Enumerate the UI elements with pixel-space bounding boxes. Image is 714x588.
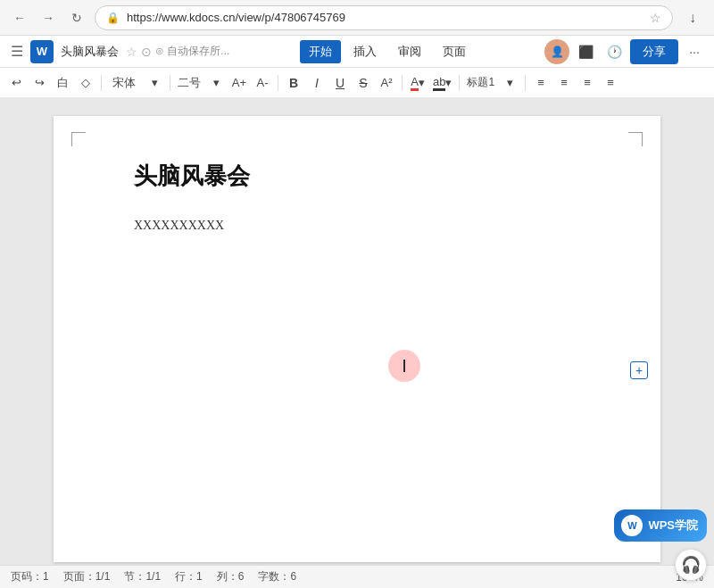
wps-logo: W — [30, 40, 54, 63]
highlight-label: ab — [433, 75, 445, 91]
autosave-status: ⊙ 自动保存所... — [155, 44, 229, 59]
clear-format-button[interactable]: 白 — [52, 71, 73, 95]
divider-3 — [278, 75, 278, 91]
superscript-button[interactable]: A² — [376, 71, 397, 95]
address-bar[interactable]: 🔒 https://www.kdocs.cn/view/p/4780674576… — [95, 5, 673, 30]
document-page[interactable]: 头脑风暴会 XXXXXXXXXX I + — [54, 116, 660, 562]
page-corner-tr — [628, 132, 643, 146]
favorite-icon[interactable]: ☆ — [126, 45, 137, 59]
tab-insert[interactable]: 插入 — [345, 40, 386, 63]
highlight-dropdown[interactable]: ▾ — [445, 76, 452, 89]
page-number-status: 页码：1 — [11, 569, 49, 584]
forward-button[interactable]: → — [37, 7, 59, 29]
browser-bar: ← → ↻ 🔒 https://www.kdocs.cn/view/p/4780… — [0, 0, 714, 36]
url-text: https://www.kdocs.cn/view/p/47806745769 — [127, 11, 643, 24]
italic-button[interactable]: I — [306, 71, 328, 95]
help-button[interactable]: 🎧 — [675, 549, 707, 581]
avatar[interactable]: 👤 — [544, 39, 569, 64]
tab-page[interactable]: 页面 — [434, 40, 475, 63]
tab-review[interactable]: 审阅 — [389, 40, 430, 63]
more-button[interactable]: ··· — [682, 39, 707, 64]
col-status: 列：6 — [217, 569, 245, 584]
align-center-button[interactable]: ≡ — [553, 71, 575, 95]
page-corner-tl — [71, 132, 86, 146]
font-increase-button[interactable]: A+ — [228, 71, 250, 95]
app-toolbar: ☰ W 头脑风暴会 ☆ ⊙ ⊙ 自动保存所... 开始 插入 审阅 页面 👤 ⬛… — [0, 36, 714, 68]
menu-button[interactable]: ☰ — [7, 39, 27, 63]
doc-title: 头脑风暴会 — [61, 44, 119, 60]
more-format-button[interactable]: ≡ — [600, 71, 621, 95]
screen-icon[interactable]: ⬛ — [573, 39, 598, 64]
format-toolbar: ↩ ↪ 白 ◇ 宋体 ▾ 二号 ▾ A+ A- B I U S A² A ▾ a… — [0, 68, 714, 98]
wps-college-button[interactable]: W WPS学院 — [614, 509, 707, 542]
font-decrease-button[interactable]: A- — [252, 71, 273, 95]
refresh-button[interactable]: ↻ — [66, 7, 87, 29]
heading-selector[interactable]: 标题1 — [464, 71, 497, 95]
font-name-dropdown[interactable]: ▾ — [144, 71, 165, 95]
align-left-button[interactable]: ≡ — [530, 71, 552, 95]
add-block-button[interactable]: + — [630, 361, 648, 379]
font-color-dropdown[interactable]: ▾ — [419, 76, 425, 89]
divider-4 — [402, 75, 403, 91]
section-status: 节：1/1 — [124, 569, 161, 584]
divider-2 — [170, 75, 170, 91]
row-status: 行：1 — [175, 569, 203, 584]
tab-start[interactable]: 开始 — [300, 40, 341, 63]
eraser-button[interactable]: ◇ — [75, 71, 96, 95]
document-area: 头脑风暴会 XXXXXXXXXX I + — [0, 98, 714, 565]
divider-5 — [459, 75, 460, 91]
highlight-button[interactable]: ab ▾ — [430, 71, 454, 95]
wps-college-logo: W — [621, 515, 643, 536]
undo-button[interactable]: ↩ — [5, 71, 27, 95]
divider-1 — [101, 75, 102, 91]
document-title[interactable]: 头脑风暴会 — [134, 161, 580, 192]
redo-button[interactable]: ↪ — [29, 71, 50, 95]
font-size-selector[interactable]: 二号 — [175, 71, 203, 95]
bold-button[interactable]: B — [283, 71, 304, 95]
back-button[interactable]: ← — [9, 7, 30, 29]
time-icon[interactable]: 🕐 — [602, 39, 627, 64]
strikethrough-button[interactable]: S — [353, 71, 374, 95]
font-color-button[interactable]: A ▾ — [407, 71, 428, 95]
total-pages-status: 页面：1/1 — [63, 569, 111, 584]
edit-icon[interactable]: ⊙ — [141, 45, 152, 59]
heading-dropdown[interactable]: ▾ — [499, 71, 520, 95]
status-bar: 页码：1 页面：1/1 节：1/1 行：1 列：6 字数：6 100% — [0, 565, 714, 588]
cursor-indicator: I — [388, 350, 420, 382]
underline-button[interactable]: U — [329, 71, 351, 95]
word-count-status: 字数：6 — [258, 569, 296, 584]
divider-6 — [525, 75, 526, 91]
font-size-dropdown[interactable]: ▾ — [205, 71, 227, 95]
wps-college-label: WPS学院 — [648, 518, 698, 534]
font-name-selector[interactable]: 宋体 — [106, 71, 142, 95]
document-body[interactable]: XXXXXXXXXX — [134, 219, 580, 233]
bookmark-icon[interactable]: ☆ — [650, 11, 661, 25]
align-right-button[interactable]: ≡ — [577, 71, 598, 95]
download-button[interactable]: ↓ — [680, 5, 705, 30]
lock-icon: 🔒 — [106, 12, 120, 24]
font-color-label: A — [411, 75, 419, 91]
share-button[interactable]: 分享 — [630, 39, 678, 64]
